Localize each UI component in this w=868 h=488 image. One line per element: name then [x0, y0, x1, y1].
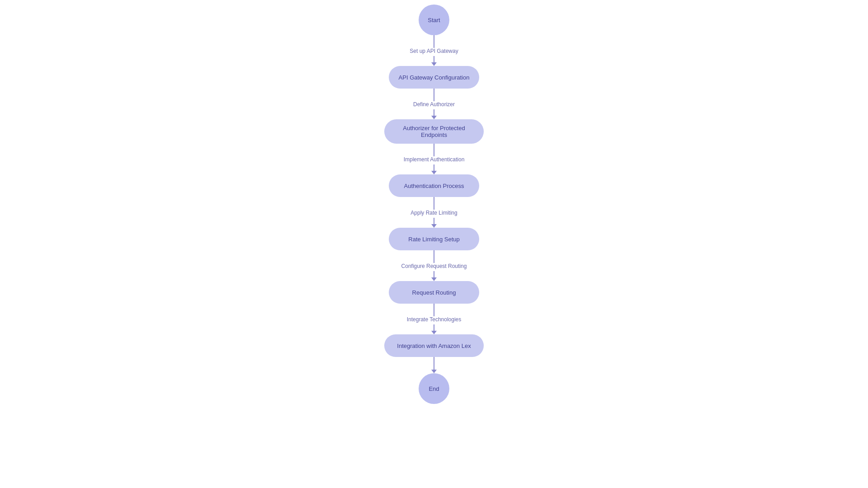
line-1b	[434, 56, 434, 62]
line-5b	[434, 271, 434, 277]
label-5: Configure Request Routing	[401, 263, 467, 269]
node-auth-process: Authentication Process	[389, 174, 479, 197]
node-rate-limiting: Rate Limiting Setup	[389, 228, 479, 250]
connector-1: Set up API Gateway	[410, 35, 458, 66]
arrow-7	[431, 370, 437, 373]
connector-4: Apply Rate Limiting	[410, 197, 457, 228]
line-1	[434, 35, 434, 48]
node-amazon-lex: Integration with Amazon Lex	[384, 334, 484, 357]
line-2b	[434, 109, 434, 116]
arrow-3	[431, 171, 437, 174]
line-3b	[434, 164, 434, 171]
connector-5: Configure Request Routing	[401, 250, 467, 281]
line-7	[434, 357, 434, 370]
node-end: End	[419, 373, 449, 404]
arrow-4	[431, 224, 437, 228]
node-api-gateway: API Gateway Configuration	[389, 66, 479, 89]
line-6	[434, 304, 434, 316]
node-start: Start	[419, 5, 449, 35]
node-authorizer: Authorizer for Protected Endpoints	[384, 119, 484, 144]
connector-7	[431, 357, 437, 373]
node-request-routing: Request Routing	[389, 281, 479, 304]
label-1: Set up API Gateway	[410, 48, 458, 54]
line-6b	[434, 324, 434, 331]
arrow-1	[431, 62, 437, 66]
arrow-2	[431, 116, 437, 119]
label-3: Implement Authentication	[404, 156, 465, 163]
line-4b	[434, 218, 434, 224]
arrow-6	[431, 331, 437, 334]
connector-6: Integrate Technologies	[407, 304, 462, 334]
label-4: Apply Rate Limiting	[410, 210, 457, 216]
line-5	[434, 250, 434, 263]
flowchart-container: Start Set up API Gateway API Gateway Con…	[384, 0, 484, 404]
connector-2: Define Authorizer	[413, 89, 455, 119]
connector-3: Implement Authentication	[404, 144, 465, 174]
line-2	[434, 89, 434, 101]
label-2: Define Authorizer	[413, 101, 455, 108]
label-6: Integrate Technologies	[407, 316, 462, 323]
line-3	[434, 144, 434, 156]
line-4	[434, 197, 434, 210]
arrow-5	[431, 277, 437, 281]
